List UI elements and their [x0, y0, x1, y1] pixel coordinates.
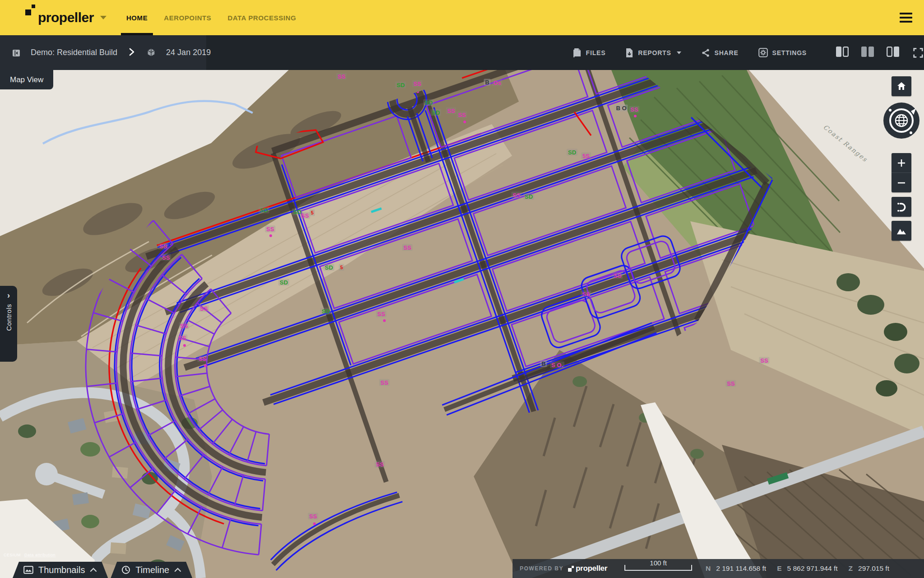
- fullscreen-icon[interactable]: [912, 47, 924, 59]
- coordinate-readout: N2 191 114.658 ftE5 862 971.944 ftZ297.0…: [706, 564, 889, 573]
- dataset-title[interactable]: Demo: Residential Build: [31, 48, 117, 57]
- layout-single-left-icon[interactable]: [836, 46, 849, 59]
- hamburger-menu-icon[interactable]: [900, 13, 912, 23]
- powered-by-label: POWERED BY: [520, 565, 564, 572]
- propeller-logo-icon: [25, 4, 35, 15]
- plus-icon: [897, 158, 906, 168]
- timeline-label: Timeline: [135, 565, 169, 575]
- chevron-up-icon: [90, 568, 97, 572]
- settings-button[interactable]: SETTINGS: [758, 48, 807, 57]
- controls-tab-label: Controls: [5, 304, 13, 331]
- layout-single-right-icon[interactable]: [886, 46, 900, 59]
- map-scale-label: 100 ft: [625, 559, 691, 567]
- home-view-button[interactable]: [892, 76, 911, 96]
- clock-icon: [121, 565, 130, 574]
- terrain-button[interactable]: [892, 221, 911, 241]
- nav-tab-data-processing[interactable]: DATA PROCESSING: [219, 0, 304, 35]
- attribution: CESIUM Data attribution: [4, 553, 55, 557]
- zoom-out-button[interactable]: [892, 173, 911, 192]
- thumbnails-label: Thumbnails: [38, 565, 85, 575]
- survey-date[interactable]: 24 Jan 2019: [166, 48, 211, 57]
- reset-rotation-button[interactable]: [892, 197, 911, 217]
- nav-tab-aeropoints[interactable]: AEROPOINTS: [156, 0, 219, 35]
- survey-cube-icon: [146, 47, 156, 58]
- mountains-icon: [896, 225, 907, 237]
- map-controls: [882, 76, 920, 241]
- coordinate-n: N2 191 114.658 ft: [706, 564, 766, 573]
- timeline-tab[interactable]: Timeline: [111, 562, 192, 578]
- map-viewport[interactable]: Coast Ranges SDSSSDSSSDSSSSBOsB OSSSD5SS…: [0, 70, 924, 578]
- image-icon: [23, 566, 33, 574]
- brand-name: propeller: [38, 0, 94, 35]
- collapse-panel-icon[interactable]: [12, 48, 21, 57]
- app-header: propeller HOMEAEROPOINTSDATA PROCESSING: [0, 0, 924, 35]
- zoom-in-button[interactable]: [892, 153, 911, 172]
- files-button[interactable]: FILES: [573, 48, 606, 58]
- layout-switcher: [836, 46, 900, 59]
- dataset-toolbar: Demo: Residential Build 24 Jan 2019 FILE…: [0, 35, 924, 70]
- attribution-brand: CESIUM: [4, 553, 21, 557]
- propeller-logo[interactable]: propeller: [25, 0, 94, 35]
- share-button[interactable]: SHARE: [701, 48, 739, 57]
- status-bar: POWERED BY propeller 100 ft N2 191 114.6…: [513, 559, 924, 578]
- thumbnails-tab[interactable]: Thumbnails: [13, 562, 108, 578]
- panel-tabs: Thumbnails Timeline: [13, 562, 192, 578]
- map-canvas: [0, 70, 924, 578]
- breadcrumb: Demo: Residential Build 24 Jan 2019: [12, 47, 211, 58]
- attribution-link[interactable]: Data attribution: [24, 553, 55, 557]
- toolbar-actions: FILESREPORTSSHARESETTINGS: [573, 48, 807, 58]
- map-scale: 100 ft: [624, 565, 692, 571]
- zoom-panel: [892, 153, 911, 192]
- main-nav: HOMEAEROPOINTSDATA PROCESSING: [118, 0, 305, 35]
- chevron-up-icon: [174, 568, 181, 572]
- reports-button[interactable]: REPORTS: [625, 48, 681, 58]
- coordinate-e: E5 862 971.944 ft: [777, 564, 837, 573]
- breadcrumb-chevron-icon: [129, 47, 134, 58]
- brand-menu-caret-icon[interactable]: [100, 16, 106, 19]
- chevron-down-icon: [677, 51, 681, 54]
- compass-button[interactable]: [882, 102, 920, 140]
- home-icon: [896, 81, 907, 92]
- coordinate-z: Z297.015 ft: [849, 564, 889, 573]
- controls-panel-tab[interactable]: › Controls: [0, 286, 17, 362]
- propeller-logo-icon: [568, 565, 574, 572]
- map-view-tag: Map View: [0, 70, 53, 89]
- powered-by-brand: propeller: [576, 564, 607, 573]
- layout-split-icon[interactable]: [861, 46, 874, 59]
- propeller-mini-logo: propeller: [568, 564, 607, 573]
- rotate-icon: [896, 201, 907, 213]
- minus-icon: [897, 178, 906, 187]
- chevron-right-icon: ›: [7, 291, 10, 299]
- nav-tab-home[interactable]: HOME: [118, 0, 156, 35]
